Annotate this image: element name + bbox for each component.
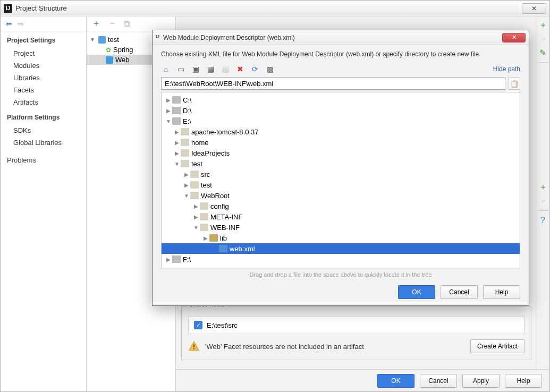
cancel-button[interactable]: Cancel	[420, 374, 457, 388]
module-icon	[98, 36, 106, 44]
window-close-button[interactable]: ✕	[522, 3, 546, 14]
window-titlebar[interactable]: IJ Project Structure ✕	[1, 1, 549, 16]
file-tree[interactable]: ▶C:\ ▶D:\ ▼E:\ ▶apache-tomcat-8.0.37 ▶ho…	[161, 92, 520, 268]
sidebar-item-libraries[interactable]: Libraries	[1, 72, 86, 84]
dialog-title: Web Module Deployment Descriptor (web.xm…	[163, 34, 295, 41]
tree-toggle-icon[interactable]: ▼	[90, 37, 96, 42]
dialog-close-button[interactable]: ✕	[502, 33, 526, 42]
web-facet-icon	[106, 56, 113, 64]
tree-folder-metainf[interactable]: ▶META-INF	[162, 211, 520, 222]
window-title: Project Structure	[15, 4, 67, 12]
toolstrip-add-icon[interactable]: ＋	[538, 20, 548, 30]
artifact-warning-text: 'Web' Facet resources are not included i…	[205, 343, 465, 351]
drag-drop-hint: Drag and drop a file into the space abov…	[161, 268, 520, 283]
refresh-icon[interactable]: ⟳	[250, 64, 260, 74]
home-icon[interactable]: ⌂	[161, 64, 171, 74]
remove-module-icon[interactable]: －	[108, 18, 116, 29]
hide-path-link[interactable]: Hide path	[493, 65, 520, 73]
tree-folder-home[interactable]: ▶home	[162, 137, 520, 148]
help-button[interactable]: Help	[505, 374, 542, 388]
svg-rect-0	[193, 344, 194, 347]
tree-drive-c[interactable]: ▶C:\	[162, 95, 520, 105]
modules-toolbar: ＋ － ⧉	[87, 16, 175, 31]
dialog-cancel-button[interactable]: Cancel	[441, 285, 478, 299]
path-input[interactable]	[161, 77, 505, 90]
tree-folder-test[interactable]: ▼test	[162, 158, 520, 169]
right-toolstrip: ＋ － ✎ ＋ － ?	[536, 16, 549, 391]
artifact-warning-row: 'Web' Facet resources are not included i…	[188, 339, 524, 353]
dialog-app-icon: IJ	[156, 34, 163, 41]
toolstrip-remove-icon[interactable]: －	[538, 33, 548, 44]
sidebar-item-sdks[interactable]: SDKs	[1, 124, 86, 137]
sidebar-item-modules[interactable]: Modules	[1, 59, 86, 72]
project-icon[interactable]: ▣	[191, 64, 200, 74]
show-hidden-icon[interactable]: ▩	[265, 64, 275, 74]
nav-history: ⇐ ⇒	[1, 16, 86, 31]
sidebar-item-problems[interactable]: Problems	[1, 154, 86, 166]
tree-folder-tomcat[interactable]: ▶apache-tomcat-8.0.37	[162, 126, 520, 137]
tree-drive-e[interactable]: ▼E:\	[162, 116, 520, 126]
svg-rect-1	[193, 348, 194, 350]
sidebar-item-artifacts[interactable]: Artifacts	[1, 96, 86, 108]
tree-folder-webroot[interactable]: ▼WebRoot	[162, 190, 520, 201]
tree-folder-test2[interactable]: ▶test	[162, 180, 520, 190]
copy-module-icon[interactable]: ⧉	[124, 19, 130, 29]
module-icon[interactable]: ▦	[206, 64, 215, 74]
warning-icon	[188, 340, 200, 352]
dialog-ok-button[interactable]: OK	[398, 285, 435, 299]
source-roots-section: Source Roots ✓ E:\test\src 'Web' Facet r…	[181, 306, 531, 360]
section-project-settings: Project Settings	[1, 31, 86, 47]
toolstrip-help-icon[interactable]: ?	[538, 215, 548, 226]
sidebar-item-global-libraries[interactable]: Global Libraries	[1, 137, 86, 149]
sidebar-item-project[interactable]: Project	[1, 47, 86, 59]
dialog-button-row: OK Cancel Help	[161, 283, 520, 305]
project-structure-window: IJ Project Structure ✕ ⇐ ⇒ Project Setti…	[0, 0, 550, 392]
source-root-row[interactable]: ✓ E:\test\src	[188, 316, 524, 334]
toolstrip-remove2-icon[interactable]: －	[538, 195, 548, 206]
toolstrip-add2-icon[interactable]: ＋	[538, 182, 548, 192]
dialog-toolbar: ⌂ ▭ ▣ ▦ ▤ ✖ ⟳ ▩ Hide path	[161, 63, 520, 75]
add-module-icon[interactable]: ＋	[92, 18, 100, 29]
source-root-checkbox[interactable]: ✓	[194, 321, 202, 329]
section-platform-settings: Platform Settings	[1, 108, 86, 124]
delete-icon[interactable]: ✖	[235, 64, 245, 74]
tree-folder-src[interactable]: ▶src	[162, 169, 520, 180]
facet-label-web: Web	[115, 56, 130, 64]
tree-folder-webinf[interactable]: ▼WEB-INF	[162, 222, 520, 233]
file-chooser-dialog: IJ Web Module Deployment Descriptor (web…	[152, 30, 529, 306]
dialog-button-bar: OK Cancel Apply Help	[176, 369, 549, 391]
dialog-instruction-text: Choose existing XML file for Web Module …	[161, 50, 520, 58]
toolstrip-edit-icon[interactable]: ✎	[538, 47, 548, 58]
history-icon[interactable]: 📋	[509, 77, 520, 90]
new-folder-icon[interactable]: ▤	[221, 64, 230, 74]
ok-button[interactable]: OK	[377, 374, 414, 388]
source-root-path: E:\test\src	[207, 321, 238, 329]
nav-back-icon[interactable]: ⇐	[6, 20, 12, 28]
facet-label-spring: Spring	[113, 46, 133, 54]
tree-folder-lib[interactable]: ▶lib	[162, 233, 520, 243]
apply-button[interactable]: Apply	[462, 374, 500, 388]
app-icon: IJ	[4, 4, 12, 13]
settings-sidebar: ⇐ ⇒ Project Settings Project Modules Lib…	[1, 16, 87, 391]
module-label: test	[108, 36, 119, 44]
create-artifact-button[interactable]: Create Artifact	[470, 339, 524, 353]
tree-drive-d[interactable]: ▶D:\	[162, 105, 520, 116]
tree-file-webxml[interactable]: web.xml	[162, 243, 520, 254]
nav-forward-icon[interactable]: ⇒	[18, 20, 24, 28]
spring-icon: ✿	[106, 46, 111, 54]
dialog-help-button[interactable]: Help	[483, 285, 520, 299]
tree-folder-ideaprojects[interactable]: ▶IdeaProjects	[162, 148, 520, 158]
tree-folder-config[interactable]: ▶config	[162, 201, 520, 211]
tree-drive-f[interactable]: ▶F:\	[162, 254, 520, 265]
desktop-icon[interactable]: ▭	[176, 64, 185, 74]
dialog-titlebar[interactable]: IJ Web Module Deployment Descriptor (web…	[153, 30, 529, 45]
sidebar-item-facets[interactable]: Facets	[1, 84, 86, 96]
